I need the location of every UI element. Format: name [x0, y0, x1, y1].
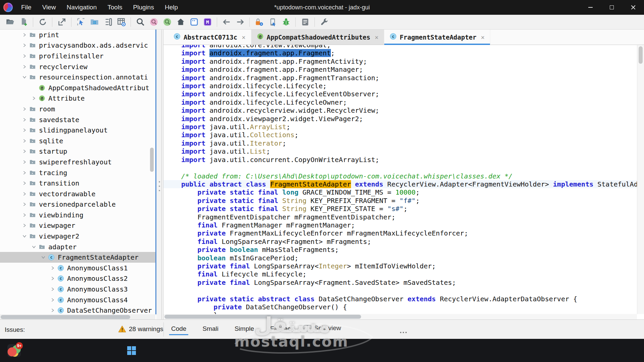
tree-item-vectordrawable[interactable]: vectordrawable: [0, 189, 155, 199]
tree-vertical-scrollbar[interactable]: [150, 148, 154, 172]
tree-item-sqlite[interactable]: sqlite: [0, 136, 155, 146]
chevron-collapsed-icon[interactable]: [21, 138, 28, 144]
editor-vertical-scrollbar[interactable]: [637, 45, 644, 314]
tree-item-adapter[interactable]: adapter: [0, 242, 155, 252]
tree-item-tracing[interactable]: tracing: [0, 167, 155, 178]
panel-splitter[interactable]: [156, 30, 163, 319]
menu-view[interactable]: View: [38, 2, 60, 13]
tree-item-viewpager2[interactable]: viewpager2: [0, 231, 155, 242]
search-text-icon[interactable]: [134, 16, 147, 28]
chevron-collapsed-icon[interactable]: [21, 191, 28, 197]
tree-item-profileinstaller[interactable]: profileinstaller: [0, 51, 155, 61]
tree-item-versionedparcelable[interactable]: versionedparcelable: [0, 199, 155, 210]
tree-item-AnonymousClass1[interactable]: cAnonymousClass1: [0, 263, 155, 273]
chevron-expanded-icon[interactable]: [40, 254, 47, 260]
chevron-collapsed-icon[interactable]: [49, 265, 56, 271]
open-file-icon[interactable]: [3, 16, 17, 28]
warnings-indicator[interactable]: 28 warnings: [118, 325, 163, 333]
tree-item-AnonymousClass2[interactable]: cAnonymousClass2: [0, 273, 155, 284]
tree-item-room[interactable]: room: [0, 104, 155, 114]
start-button[interactable]: [125, 345, 138, 356]
menu-file[interactable]: File: [17, 2, 36, 13]
log-viewer-icon[interactable]: [298, 16, 312, 28]
reload-icon[interactable]: [36, 16, 49, 28]
view-tab-fallback[interactable]: Fallback: [269, 324, 295, 334]
decompile-all-icon[interactable]: [187, 16, 201, 28]
chevron-collapsed-icon[interactable]: [21, 117, 28, 123]
tab-close-icon[interactable]: ×: [375, 34, 378, 41]
save-all-icon[interactable]: [17, 16, 30, 28]
chevron-collapsed-icon[interactable]: [21, 148, 28, 154]
tree-item-AnonymousClass4[interactable]: cAnonymousClass4: [0, 295, 155, 305]
chevron-collapsed-icon[interactable]: [21, 222, 28, 228]
maximize-button[interactable]: [601, 0, 623, 15]
tree-horizontal-scrollbar[interactable]: [0, 314, 155, 320]
menu-tools[interactable]: Tools: [103, 2, 127, 13]
packages-icon[interactable]: [88, 16, 101, 28]
tree-item-privacysandbox.ads.adservic[interactable]: privacysandbox.ads.adservic: [0, 40, 155, 51]
chevron-collapsed-icon[interactable]: [21, 106, 28, 112]
chevron-collapsed-icon[interactable]: [21, 42, 28, 48]
select-class-icon[interactable]: [74, 16, 88, 28]
tree-item-viewbinding[interactable]: viewbinding: [0, 210, 155, 220]
search-class-icon[interactable]: [147, 16, 160, 28]
chevron-collapsed-icon[interactable]: [49, 307, 56, 313]
tree-item-print[interactable]: print: [0, 30, 155, 40]
chevron-collapsed-icon[interactable]: [21, 180, 28, 186]
tab-AbstractC0713c[interactable]: cAbstractC0713c×: [168, 30, 251, 45]
chevron-collapsed-icon[interactable]: [21, 212, 28, 218]
chevron-collapsed-icon[interactable]: [21, 170, 28, 176]
tab-close-icon[interactable]: ×: [242, 34, 245, 41]
search-comment-icon[interactable]: [160, 16, 174, 28]
chevron-collapsed-icon[interactable]: [21, 159, 28, 165]
chevron-collapsed-icon[interactable]: [49, 286, 56, 292]
code-editor[interactable]: import androidx.core.view.ViewCompat;imp…: [163, 45, 637, 314]
settings-wrench-icon[interactable]: [317, 16, 331, 28]
main-activity-icon[interactable]: [174, 16, 187, 28]
chevron-collapsed-icon[interactable]: [21, 53, 28, 59]
chevron-collapsed-icon[interactable]: [21, 32, 28, 38]
tree-item-startup[interactable]: startup: [0, 146, 155, 157]
more-options-icon[interactable]: [400, 332, 407, 333]
menu-plugins[interactable]: Plugins: [129, 2, 158, 13]
device-inspect-icon[interactable]: [266, 16, 279, 28]
export-icon[interactable]: [55, 16, 68, 28]
chevron-expanded-icon[interactable]: [21, 233, 28, 239]
editor-horizontal-scrollbar[interactable]: [163, 314, 637, 319]
scrollbar-thumb[interactable]: [164, 315, 361, 319]
chevron-collapsed-icon[interactable]: [49, 297, 56, 303]
menu-navigation[interactable]: Navigation: [62, 2, 101, 13]
tab-FragmentStateAdapter[interactable]: cFragmentStateAdapter×: [384, 30, 490, 45]
tree-item-resourceinspection.annotati[interactable]: resourceinspection.annotati: [0, 72, 155, 83]
split-view-toggle[interactable]: Split view: [304, 324, 341, 332]
tree-item-recyclerview[interactable]: recyclerview: [0, 61, 155, 72]
chevron-expanded-icon[interactable]: [30, 244, 38, 250]
tree-item-DataSetChangeObserver[interactable]: cDataSetChangeObserver: [0, 305, 155, 314]
chevron-collapsed-icon[interactable]: [21, 127, 28, 133]
forward-icon[interactable]: [233, 16, 247, 28]
widgets-weather-icon[interactable]: 9+: [7, 344, 21, 357]
tree-item-viewpager[interactable]: viewpager: [0, 220, 155, 231]
close-button[interactable]: [623, 0, 644, 15]
package-tree[interactable]: printprivacysandbox.ads.adservicprofilei…: [0, 30, 155, 314]
chevron-expanded-icon[interactable]: [21, 74, 28, 80]
flatten-packages-icon[interactable]: [101, 16, 114, 28]
tab-close-icon[interactable]: ×: [481, 34, 485, 41]
map-memory-icon[interactable]: M: [201, 16, 214, 28]
view-tab-simple[interactable]: Simple: [234, 324, 255, 334]
chevron-collapsed-icon[interactable]: [21, 201, 28, 207]
deobfuscation-icon[interactable]: [252, 16, 266, 28]
tree-item-FragmentStateAdapter[interactable]: cFragmentStateAdapter: [0, 252, 155, 263]
chevron-collapsed-icon[interactable]: [49, 275, 56, 281]
scrollbar-thumb[interactable]: [1, 315, 130, 319]
tree-item-AppCompatShadowedAttribut[interactable]: @AppCompatShadowedAttribut: [0, 83, 155, 93]
tab-AppCompatShadowedAttributes[interactable]: @AppCompatShadowedAttributes×: [251, 30, 384, 45]
menu-help[interactable]: Help: [160, 2, 182, 13]
tree-item-swiperefreshlayout[interactable]: swiperefreshlayout: [0, 157, 155, 167]
minimize-button[interactable]: [580, 0, 601, 15]
preferences-table-icon[interactable]: [114, 16, 128, 28]
view-tab-smali[interactable]: Smali: [202, 324, 219, 334]
tree-item-Attribute[interactable]: @Attribute: [0, 93, 155, 104]
chevron-collapsed-icon[interactable]: [21, 64, 28, 70]
bug-report-icon[interactable]: [279, 16, 293, 28]
